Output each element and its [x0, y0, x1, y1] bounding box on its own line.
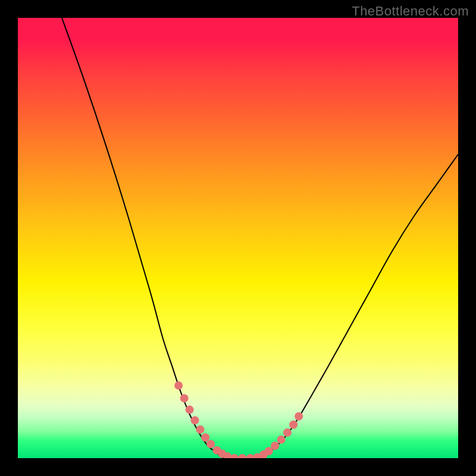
marker-dot [277, 436, 286, 444]
chart-stage: TheBottleneck.com [0, 0, 476, 476]
marker-dot [206, 440, 215, 448]
curve-right-path [260, 154, 458, 458]
marker-dot [289, 421, 298, 429]
curve-left-path [62, 18, 225, 458]
chart-svg [18, 18, 458, 458]
marker-dot [186, 406, 194, 414]
marker-group [174, 381, 303, 458]
marker-dot [230, 454, 239, 458]
marker-dot [196, 425, 204, 434]
marker-dot [283, 428, 292, 437]
marker-dot [191, 416, 199, 424]
marker-dot [201, 433, 209, 441]
plot-area [18, 18, 458, 458]
marker-dot [295, 412, 303, 421]
marker-dot [246, 454, 255, 458]
marker-dot [174, 381, 183, 390]
marker-dot [238, 454, 246, 458]
marker-dot [271, 441, 279, 450]
marker-dot [180, 394, 189, 402]
watermark-text: TheBottleneck.com [352, 4, 469, 19]
